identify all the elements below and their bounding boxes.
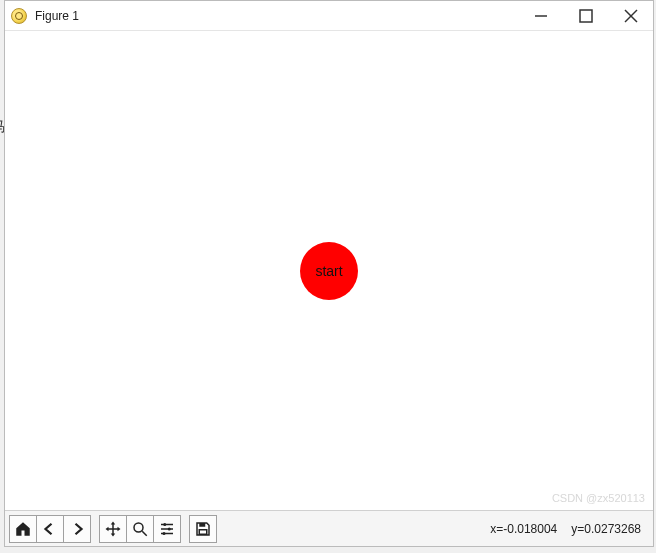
figure-window: Figure 1 start CSDN @zx520113 [4, 0, 654, 547]
cursor-y: y=0.0273268 [571, 522, 641, 536]
close-button[interactable] [608, 1, 653, 31]
svg-point-9 [168, 527, 171, 530]
titlebar: Figure 1 [5, 1, 653, 31]
window-title: Figure 1 [35, 9, 79, 23]
matplotlib-icon [11, 8, 27, 24]
save-button[interactable] [189, 515, 217, 543]
svg-rect-13 [199, 529, 207, 534]
back-button[interactable] [36, 515, 64, 543]
svg-point-7 [163, 523, 166, 526]
svg-rect-12 [199, 523, 205, 527]
svg-point-4 [134, 523, 143, 532]
configure-subplots-button[interactable] [153, 515, 181, 543]
home-button[interactable] [9, 515, 37, 543]
svg-point-11 [163, 532, 166, 535]
maximize-button[interactable] [563, 1, 608, 31]
start-marker: start [300, 242, 358, 300]
minimize-button[interactable] [518, 1, 563, 31]
cursor-x: x=-0.018004 [490, 522, 557, 536]
zoom-button[interactable] [126, 515, 154, 543]
pan-button[interactable] [99, 515, 127, 543]
cursor-coordinates: x=-0.018004 y=0.0273268 [490, 522, 641, 536]
start-marker-label: start [315, 263, 342, 279]
forward-button[interactable] [63, 515, 91, 543]
svg-line-5 [142, 531, 147, 536]
watermark-text: CSDN @zx520113 [552, 492, 645, 504]
navigation-toolbar: x=-0.018004 y=0.0273268 [5, 510, 653, 546]
svg-rect-1 [580, 10, 592, 22]
plot-canvas[interactable]: start CSDN @zx520113 [5, 31, 653, 510]
